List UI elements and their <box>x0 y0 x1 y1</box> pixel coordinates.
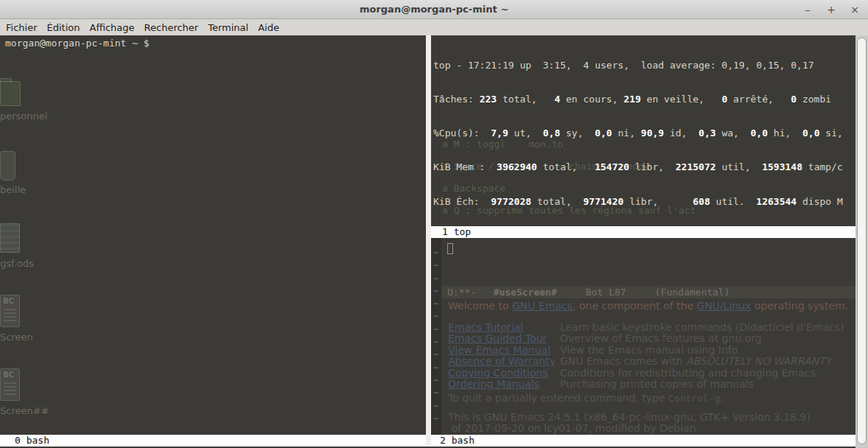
menu-edition[interactable]: Édition <box>47 21 88 35</box>
emacs-link-view-manual[interactable]: View Emacs Manual <box>448 344 560 355</box>
ghost-trash-label: beille <box>0 184 26 195</box>
emacs-link-tutorial[interactable]: Emacs Tutorial <box>448 321 560 332</box>
emacs-splash-menu: Emacs TutorialLearn basic keystroke comm… <box>448 321 844 390</box>
emacs-hollow-cursor <box>447 243 453 254</box>
ghost-spreadsheet-label: gsf.ods <box>0 258 34 269</box>
top-output-pane: File Edit Options Buffers Tools Help Sav… <box>431 35 855 226</box>
emacs-welcome-line: Welcome to GNU Emacs, one component of t… <box>448 300 848 312</box>
close-button[interactable]: × <box>849 0 861 19</box>
minimize-button[interactable]: – <box>802 0 813 19</box>
emacs-menu-desc: GNU Emacs comes with ABSOLUTELY NO WARRA… <box>560 355 831 366</box>
scrollbar-thumb[interactable] <box>857 38 867 444</box>
ghost-document2-label: Screen## <box>0 405 49 416</box>
top-output: top - 17:21:19 up 3:15, 4 users, load av… <box>431 37 855 226</box>
menu-terminal[interactable]: Terminal <box>208 21 256 35</box>
emacs-link-guided-tour[interactable]: Emacs Guided Tour <box>448 332 560 343</box>
emacs-menu-desc: Purchasing printed copies of manuals <box>560 378 754 389</box>
scrollbar <box>855 35 868 448</box>
terminal-body[interactable]: personnel beille gsf.ods BC Screen BC Sc… <box>0 35 868 448</box>
emacs-pane: ~ ~ ~ ~ ~ ~ ~ ~ ~ ~ ~ ~ ~ ~ U:**- #useSc… <box>431 238 855 435</box>
titlebar[interactable]: morgan@morgan-pc-mint ~ – + × <box>0 0 868 19</box>
ghost-document2-icon: BC <box>0 368 20 401</box>
emacs-version-line: This is GNU Emacs 24.5.1 (x86_64-pc-linu… <box>448 411 811 423</box>
menu-rechercher[interactable]: Rechercher <box>144 21 207 35</box>
window-buttons: – + × <box>802 0 861 19</box>
emacs-link-copying-conditions[interactable]: Copying Conditions <box>448 367 560 378</box>
top-summary-line: %Cpu(s): 7,9 ut, 0,8 sy, 0,0 ni, 90,9 id… <box>431 127 855 139</box>
fringe-tilde-column: ~ ~ ~ ~ ~ ~ ~ ~ ~ ~ ~ ~ ~ ~ <box>431 238 441 435</box>
terminal-window: morgan@morgan-pc-mint ~ – + × Fichier Éd… <box>0 0 868 448</box>
emacs-link-absence-warranty[interactable]: Absence of Warranty <box>448 355 560 366</box>
screen-caption-left: 0 bash <box>0 435 426 447</box>
menubar: Fichier Édition Affichage Rechercher Ter… <box>0 19 868 35</box>
maximize-button[interactable]: + <box>825 0 837 19</box>
pane-divider <box>426 35 431 447</box>
menu-aide[interactable]: Aide <box>258 21 287 35</box>
emacs-menu-desc: Learn basic keystroke commands (Didactic… <box>560 321 844 332</box>
ghost-trash-icon <box>0 151 15 181</box>
ghost-document-label: Screen <box>0 332 33 343</box>
emacs-quit-hint: To quit a partially entered command, typ… <box>448 392 724 404</box>
ghost-folder-label: personnel <box>0 111 47 122</box>
shell-prompt: morgan@morgan-pc-mint ~ $ <box>5 38 150 49</box>
top-summary-line: top - 17:21:19 up 3:15, 4 users, load av… <box>431 60 855 71</box>
top-summary-line: Tâches: 223 total, 4 en cours, 219 en ve… <box>431 94 855 105</box>
window-title: morgan@morgan-pc-mint ~ <box>360 4 508 15</box>
emacs-menu-desc: Conditions for redistributing and changi… <box>560 367 816 378</box>
screen-caption-top: 1 top <box>431 226 855 238</box>
screen-caption-right: 2 bash <box>431 435 855 447</box>
ghost-spreadsheet-icon <box>0 223 20 253</box>
emacs-modeline: U:**- #useScreen# Bot L87 (Fundamental) <box>441 286 855 298</box>
top-summary-line: KiB Mem : 3962940 total, 154720 libr, 22… <box>431 161 855 172</box>
menu-fichier[interactable]: Fichier <box>6 21 46 35</box>
emacs-menu-desc: View the Emacs manual using Info <box>560 344 738 355</box>
emacs-link-ordering-manuals[interactable]: Ordering Manuals <box>448 378 560 389</box>
ghost-document-icon: BC <box>0 295 20 327</box>
ghost-folder-icon <box>0 81 21 106</box>
top-summary-line: KiB Éch: 9772028 total, 9771420 libr, 60… <box>431 196 855 207</box>
menu-affichage[interactable]: Affichage <box>89 21 142 35</box>
emacs-menu-desc: Overview of Emacs features at gnu.org <box>560 332 762 343</box>
